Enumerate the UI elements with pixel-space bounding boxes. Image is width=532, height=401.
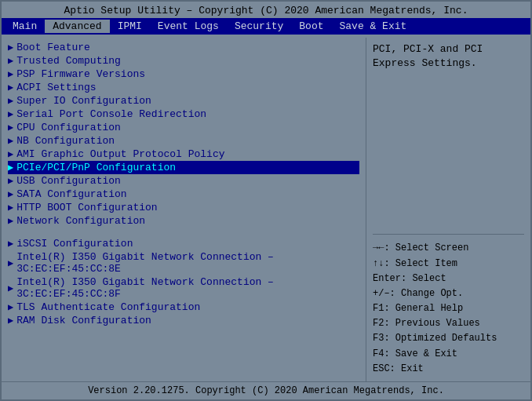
menu-entry[interactable]: ▶ACPI Settings xyxy=(8,81,359,94)
title-text: Aptio Setup Utility – Copyright (C) 2020… xyxy=(64,5,468,16)
menu-item-boot[interactable]: Boot xyxy=(291,20,331,33)
arrow-icon: ▶ xyxy=(8,315,13,326)
arrow-icon: ▶ xyxy=(8,301,13,313)
key-hint: Enter: Select xyxy=(373,272,524,286)
arrow-icon: ▶ xyxy=(8,148,13,160)
menu-entry-label: Serial Port Console Redirection xyxy=(16,108,206,120)
menu-item-advanced[interactable]: Advanced xyxy=(45,20,109,33)
menu-entry[interactable]: ▶NB Configuration xyxy=(8,134,359,148)
arrow-icon: ▶ xyxy=(8,202,13,213)
arrow-icon: ▶ xyxy=(8,162,13,173)
menu-item-main[interactable]: Main xyxy=(5,20,45,33)
arrow-icon: ▶ xyxy=(8,175,13,187)
menu-entry-label: iSCSI Configuration xyxy=(16,238,133,250)
menu-bar: MainAdvancedIPMIEvent LogsSecurityBootSa… xyxy=(2,18,530,35)
menu-entry[interactable]: ▶Network Configuration xyxy=(8,214,359,228)
arrow-icon: ▶ xyxy=(8,95,13,107)
menu-entry[interactable]: ▶PSP Firmware Versions xyxy=(8,67,359,81)
menu-group-0: ▶Boot Feature▶Trusted Computing▶PSP Firm… xyxy=(8,41,359,228)
arrow-icon: ▶ xyxy=(8,283,13,294)
key-help: →←: Select Screen↑↓: Select ItemEnter: S… xyxy=(373,241,524,377)
menu-item-save-and-exit[interactable]: Save & Exit xyxy=(332,20,415,33)
menu-entry[interactable]: ▶Intel(R) I350 Gigabit Network Connectio… xyxy=(8,250,359,275)
menu-entry[interactable]: ▶Intel(R) I350 Gigabit Network Connectio… xyxy=(8,275,359,301)
arrow-icon: ▶ xyxy=(8,42,13,53)
menu-entry-label: HTTP BOOT Configuration xyxy=(16,202,157,213)
key-hint: ESC: Exit xyxy=(373,362,524,377)
menu-entry-label: TLS Authenticate Configuration xyxy=(16,301,200,313)
key-hint: ↑↓: Select Item xyxy=(373,257,524,272)
arrow-icon: ▶ xyxy=(8,122,13,133)
footer-text: Version 2.20.1275. Copyright (C) 2020 Am… xyxy=(88,385,444,396)
title-bar: Aptio Setup Utility – Copyright (C) 2020… xyxy=(2,2,530,18)
key-hint: F3: Optimized Defaults xyxy=(373,331,524,346)
key-hint: +/–: Change Opt. xyxy=(373,286,524,301)
menu-entry[interactable]: ▶SATA Configuration xyxy=(8,188,359,201)
menu-entry-label: Intel(R) I350 Gigabit Network Connection… xyxy=(16,251,359,275)
right-panel: PCI, PCI-X and PCI Express Settings. →←:… xyxy=(366,38,530,381)
left-panel: ▶Boot Feature▶Trusted Computing▶PSP Firm… xyxy=(2,38,366,381)
menu-entry-label: CPU Configuration xyxy=(16,122,121,133)
help-text: PCI, PCI-X and PCI Express Settings. xyxy=(373,42,524,71)
menu-entry[interactable]: ▶CPU Configuration xyxy=(8,121,359,134)
menu-entry-label: Boot Feature xyxy=(16,42,90,53)
menu-entry-label: RAM Disk Configuration xyxy=(16,315,151,326)
menu-entry-label: ACPI Settings xyxy=(16,82,96,93)
footer: Version 2.20.1275. Copyright (C) 2020 Am… xyxy=(2,381,530,399)
arrow-icon: ▶ xyxy=(8,135,13,147)
arrow-icon: ▶ xyxy=(8,257,13,269)
menu-entry-label: NB Configuration xyxy=(16,135,115,147)
arrow-icon: ▶ xyxy=(8,68,13,80)
menu-item-event-logs[interactable]: Event Logs xyxy=(150,20,227,33)
key-hint: F2: Previous Values xyxy=(373,316,524,331)
arrow-icon: ▶ xyxy=(8,108,13,120)
menu-entry-label: PCIe/PCI/PnP Configuration xyxy=(16,162,176,173)
arrow-icon: ▶ xyxy=(8,82,13,93)
arrow-icon: ▶ xyxy=(8,215,13,227)
menu-entry-label: Intel(R) I350 Gigabit Network Connection… xyxy=(16,276,359,300)
menu-entry-label: USB Configuration xyxy=(16,175,121,187)
menu-item-ipmi[interactable]: IPMI xyxy=(110,20,150,33)
menu-entry-label: SATA Configuration xyxy=(16,188,126,200)
arrow-icon: ▶ xyxy=(8,188,13,200)
menu-entry[interactable]: ▶USB Configuration xyxy=(8,174,359,188)
menu-entry-label: Super IO Configuration xyxy=(16,95,151,107)
menu-entry[interactable]: ▶Super IO Configuration xyxy=(8,94,359,108)
menu-entry-label: Network Configuration xyxy=(16,215,145,227)
menu-group-1: ▶iSCSI Configuration▶Intel(R) I350 Gigab… xyxy=(8,237,359,327)
menu-entry[interactable]: ▶HTTP BOOT Configuration xyxy=(8,201,359,214)
menu-entry-label: Trusted Computing xyxy=(16,55,121,67)
menu-entry[interactable]: ▶Trusted Computing xyxy=(8,54,359,67)
spacer xyxy=(8,231,359,237)
menu-entry[interactable]: ▶TLS Authenticate Configuration xyxy=(8,301,359,314)
menu-entry[interactable]: ▶iSCSI Configuration xyxy=(8,237,359,250)
menu-entry[interactable]: ▶AMI Graphic Output Protocol Policy xyxy=(8,148,359,161)
menu-entry[interactable]: ▶PCIe/PCI/PnP Configuration xyxy=(8,161,359,174)
arrow-icon: ▶ xyxy=(8,55,13,67)
menu-entry[interactable]: ▶RAM Disk Configuration xyxy=(8,314,359,327)
menu-entry[interactable]: ▶Boot Feature xyxy=(8,41,359,54)
arrow-icon: ▶ xyxy=(8,238,13,250)
key-hint: →←: Select Screen xyxy=(373,241,524,256)
divider-line xyxy=(373,234,524,235)
content-area: ▶Boot Feature▶Trusted Computing▶PSP Firm… xyxy=(2,35,530,381)
key-hint: F4: Save & Exit xyxy=(373,347,524,362)
key-hint: F1: General Help xyxy=(373,301,524,316)
menu-entry-label: PSP Firmware Versions xyxy=(16,68,145,80)
menu-entry-label: AMI Graphic Output Protocol Policy xyxy=(16,148,224,160)
menu-entry[interactable]: ▶Serial Port Console Redirection xyxy=(8,108,359,121)
menu-item-security[interactable]: Security xyxy=(227,20,291,33)
